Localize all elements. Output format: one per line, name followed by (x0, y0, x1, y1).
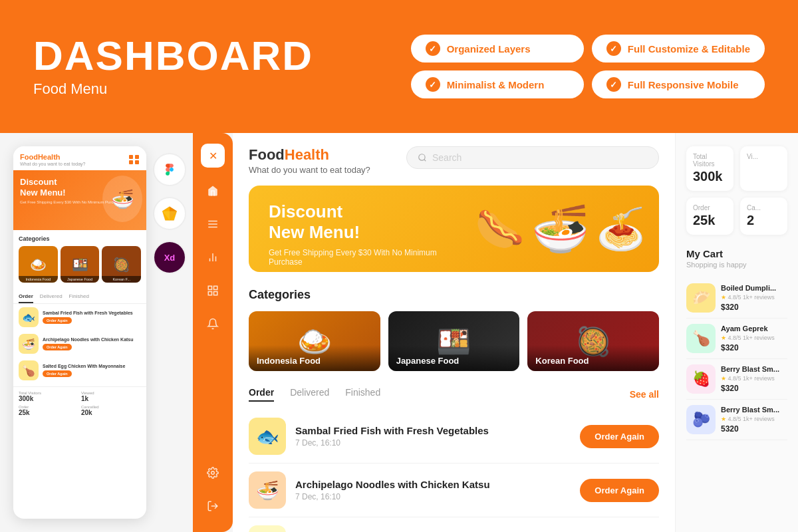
tab-finished[interactable]: Finished (345, 387, 380, 402)
mobile-order-name-3: Salted Egg Chicken With Mayonnaise (43, 364, 141, 369)
see-all-button[interactable]: See all (630, 389, 659, 400)
mobile-order-info-1: Sambal Fried Fish with Fresh Vegetables … (43, 311, 141, 324)
stat-visitors: Total Visitors 300k (686, 146, 733, 191)
categories-title: Categories (249, 288, 659, 302)
category-japanese[interactable]: 🍱 Japanese Food (388, 311, 520, 371)
cart-item-4: 🫐 Berry Blast Sm... ★ 4.8/5 1k+ reviews … (686, 400, 787, 440)
tab-order[interactable]: Order (249, 387, 274, 402)
tab-delivered[interactable]: Delivered (290, 387, 329, 402)
mobile-cat-korean[interactable]: 🥘 Korean F... (102, 246, 141, 283)
cart-item-rating-4: ★ 4.8/5 1k+ reviews (721, 416, 787, 422)
mobile-cat-japanese[interactable]: 🍱 Japanese Food (61, 246, 100, 283)
mobile-tab-finished[interactable]: Finished (69, 291, 89, 303)
mobile-tab-delivered[interactable]: Delivered (40, 291, 63, 303)
cart-item-name-4: Berry Blast Sm... (721, 406, 787, 414)
svg-rect-13 (214, 292, 217, 295)
mobile-order-item-3: 🍗 Salted Egg Chicken With Mayonnaise Ord… (13, 357, 146, 384)
mobile-grid-icon (129, 155, 140, 164)
nav-logout[interactable] (203, 496, 223, 516)
sketch-icon[interactable] (153, 197, 186, 230)
mobile-cat-indonesia[interactable]: 🍛 Indonesia Food (19, 246, 58, 283)
food-logo-food: Food (249, 146, 285, 163)
cart-item-img-2: 🍗 (686, 324, 716, 353)
mobile-stat-order: Order 25k (19, 405, 78, 416)
stat-viewed: Vi... (740, 146, 787, 191)
promo-banner-sub: Get Free Shipping Every $30 With No Mini… (269, 248, 442, 267)
stars-4: ★ (721, 416, 726, 422)
mobile-categories: Categories 🍛 Indonesia Food 🍱 Japanese F… (13, 230, 146, 288)
mobile-mockup: FoodHealth What do you want to eat today… (13, 146, 146, 519)
stat-order-label: Order (693, 204, 727, 211)
svg-rect-11 (214, 286, 217, 289)
food-logo-health: Health (285, 146, 329, 163)
cart-item-info-4: Berry Blast Sm... ★ 4.8/5 1k+ reviews 53… (721, 406, 787, 434)
search-bar[interactable]: Search (406, 146, 659, 169)
category-korean[interactable]: 🥘 Korean Food (527, 311, 659, 371)
food-icon-3: 🍝 (596, 205, 646, 253)
nav-logo: ✕ (201, 144, 225, 168)
svg-line-17 (424, 160, 426, 162)
nav-chart[interactable] (203, 247, 223, 267)
badge-minimalist: ✓ Minimalist & Modern (411, 70, 584, 98)
category-japanese-label: Japanese Food (388, 345, 520, 371)
mobile-order-btn-1[interactable]: Order Again (43, 317, 72, 324)
promo-banner: DiscountNew Menu! Get Free Shipping Ever… (249, 186, 659, 272)
adobe-xd-icon[interactable]: Xd (153, 241, 186, 274)
badge-organized: ✓ Organized Layers (411, 35, 584, 63)
mobile-order-info-2: Archipelago Noodles with Chicken Katsu O… (43, 337, 141, 350)
left-nav: ✕ (193, 133, 233, 532)
stats-row: Total Visitors 300k Vi... Order 25k Ca..… (686, 146, 787, 235)
nav-settings[interactable] (203, 463, 223, 483)
nav-menu[interactable] (203, 214, 223, 234)
order-again-btn-1[interactable]: Order Again (580, 425, 659, 448)
order-date-1: 7 Dec, 16:10 (295, 438, 571, 448)
cart-item-price-1: $320 (721, 303, 787, 312)
order-item-3: 🍗 Salted Egg Chicken With Mayonnaise 7 D… (249, 517, 659, 532)
svg-point-14 (211, 471, 215, 475)
figma-icon[interactable] (153, 153, 186, 186)
badge-label-4: Full Responsive Mobile (628, 79, 739, 90)
cart-item-3: 🍓 Berry Blast Sm... ★ 4.8/5 1k+ reviews … (686, 359, 787, 400)
nav-grid[interactable] (203, 281, 223, 301)
mobile-logo-food: Food (20, 153, 38, 161)
food-tagline: What do you want to eat today? (249, 165, 370, 175)
cart-section: My Cart Shopping is happy (686, 248, 787, 269)
cart-item-name-2: Ayam Geprek (721, 325, 787, 333)
badge-label-3: Minimalist & Modern (447, 79, 545, 90)
stat-cancelled-value: 2 (747, 213, 781, 228)
promo-banner-foods: 🌭 🍜 🍝 (475, 186, 646, 272)
mobile-cat-label-3: Korean F... (102, 276, 141, 283)
stars-2: ★ (721, 334, 726, 341)
nav-home[interactable] (203, 181, 223, 201)
category-indonesia[interactable]: 🍛 Indonesia Food (249, 311, 380, 371)
mobile-stat-viewed-value: 1k (81, 395, 141, 402)
food-health-header: FoodHealth What do you want to eat today… (249, 146, 659, 175)
cart-item-img-3: 🍓 (686, 364, 716, 394)
order-again-btn-2[interactable]: Order Again (580, 479, 659, 502)
mobile-stat-viewed: Viewed 1k (81, 391, 141, 402)
mobile-order-name-1: Sambal Fried Fish with Fresh Vegetables (43, 311, 141, 316)
food-icon-2: 🍜 (531, 201, 589, 256)
mobile-stat-visitors: Total Visitors 300k (19, 391, 78, 402)
mobile-stats: Total Visitors 300k Viewed 1k Order 25k … (13, 386, 146, 420)
check-icon-1: ✓ (426, 41, 440, 56)
stat-viewed-label: Vi... (747, 153, 781, 160)
badges-grid: ✓ Organized Layers ✓ Full Customize & Ed… (411, 35, 765, 98)
stars-3: ★ (721, 375, 726, 382)
svg-rect-12 (208, 292, 211, 295)
mobile-cat-row: 🍛 Indonesia Food 🍱 Japanese Food 🥘 Korea… (19, 246, 141, 283)
mobile-order-btn-3[interactable]: Order Again (43, 370, 72, 377)
cart-title: My Cart (686, 248, 787, 259)
mobile-tab-order[interactable]: Order (19, 291, 33, 303)
cart-item-rating-2: ★ 4.8/5 1k+ reviews (721, 334, 787, 341)
mobile-order-btn-2[interactable]: Order Again (43, 344, 72, 350)
cart-item-img-4: 🫐 (686, 405, 716, 434)
main-area: FoodHealth What do you want to eat today… (233, 133, 675, 532)
mobile-logo-health: Health (38, 153, 61, 161)
nav-bell[interactable] (203, 314, 223, 334)
mobile-header: FoodHealth What do you want to eat today… (13, 146, 146, 170)
mobile-tagline: What do you want to eat today? (20, 162, 85, 166)
order-info-1: Sambal Fried Fish with Fresh Vegetables … (295, 425, 571, 448)
search-icon (418, 153, 427, 162)
order-tabs: Order Delivered Finished (249, 387, 380, 402)
